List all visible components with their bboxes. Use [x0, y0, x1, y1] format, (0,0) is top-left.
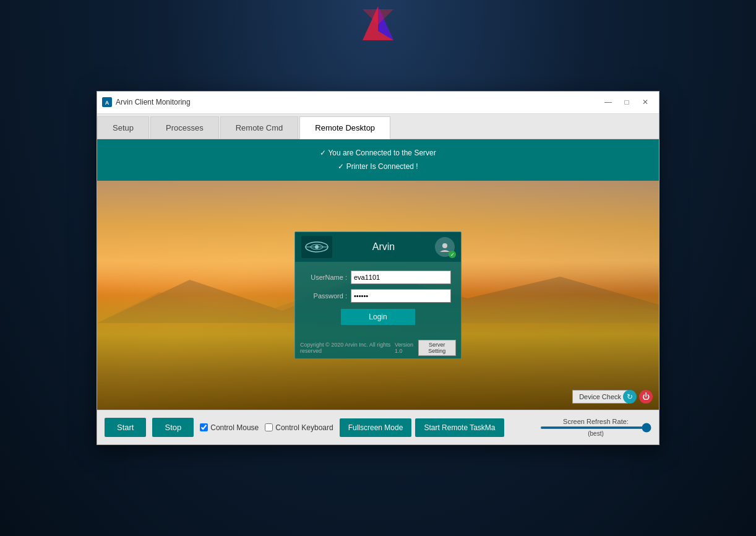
- rate-slider[interactable]: [540, 426, 651, 429]
- window-title: Arvin Client Monitoring: [116, 98, 191, 106]
- tab-bar: Setup Processes Remote Cmd Remote Deskto…: [97, 114, 659, 139]
- password-input[interactable]: [351, 289, 451, 303]
- refresh-icon-button[interactable]: ↻: [623, 390, 637, 404]
- status-banner: ✓ You are Connected to the Server ✓ Prin…: [97, 139, 659, 181]
- main-content: ✓ You are Connected to the Server ✓ Prin…: [97, 139, 659, 444]
- rate-best-label: (best): [588, 430, 604, 437]
- title-bar-left: A Arvin Client Monitoring: [102, 97, 191, 107]
- power-icon-button[interactable]: ⏻: [639, 390, 653, 404]
- rate-slider-container: [540, 426, 651, 429]
- control-keyboard-label: Control Keyboard: [275, 423, 333, 432]
- toolbar-right-buttons: Fullscreen Mode Start Remote TaskMa: [340, 418, 504, 437]
- svg-text:A: A: [105, 100, 110, 106]
- username-label: UserName :: [305, 274, 347, 281]
- close-button[interactable]: ✕: [637, 95, 654, 109]
- svg-point-10: [315, 245, 319, 249]
- svg-point-11: [442, 243, 447, 248]
- login-title: Arvin: [337, 241, 430, 253]
- bottom-toolbar: Start Stop Control Mouse Control Keyboar…: [97, 410, 659, 444]
- version-text: Version 1.0: [395, 342, 418, 354]
- remote-screen: Arvin ✓ UserName :: [97, 181, 659, 410]
- tab-remote-cmd[interactable]: Remote Cmd: [220, 116, 299, 139]
- login-body: UserName : Password : Login: [295, 262, 461, 337]
- avatar-check-icon: ✓: [449, 251, 456, 258]
- server-setting-button[interactable]: Server Setting: [418, 340, 457, 356]
- password-row: Password :: [305, 289, 451, 303]
- control-keyboard-checkbox[interactable]: [265, 423, 273, 431]
- login-button[interactable]: Login: [341, 309, 415, 325]
- title-bar-controls: — □ ✕: [599, 95, 654, 109]
- remote-icons: ↻ ⏻: [623, 390, 653, 404]
- username-row: UserName :: [305, 270, 451, 284]
- maximize-button[interactable]: □: [618, 95, 635, 109]
- taskma-button[interactable]: Start Remote TaskMa: [415, 418, 504, 437]
- stop-button[interactable]: Stop: [152, 418, 194, 437]
- fullscreen-button[interactable]: Fullscreen Mode: [340, 418, 412, 437]
- app-icon: A: [102, 97, 112, 107]
- login-panel: Arvin ✓ UserName :: [294, 231, 462, 359]
- device-check-button[interactable]: Device Check: [572, 390, 628, 404]
- tab-remote-desktop[interactable]: Remote Desktop: [299, 116, 390, 139]
- svg-marker-2: [363, 9, 393, 25]
- control-mouse-group: Control Mouse: [200, 423, 259, 432]
- minimize-button[interactable]: —: [599, 95, 617, 109]
- screen-rate-section: Screen Refresh Rate: (best): [540, 418, 651, 437]
- login-logo: [301, 236, 332, 258]
- control-mouse-label: Control Mouse: [210, 423, 259, 432]
- username-input[interactable]: [351, 270, 451, 284]
- password-label: Password :: [305, 292, 347, 300]
- login-footer: Copyright © 2020 Arvin Inc. All rights r…: [295, 337, 461, 358]
- control-mouse-checkbox[interactable]: [200, 423, 208, 431]
- login-avatar: ✓: [435, 237, 455, 257]
- desktop-logo-top: [359, 3, 397, 59]
- status-line1: ✓ You are Connected to the Server: [97, 147, 659, 160]
- control-keyboard-group: Control Keyboard: [265, 423, 333, 432]
- desktop: A Arvin Client Monitoring — □ ✕ Setup Pr…: [0, 0, 756, 536]
- tab-processes[interactable]: Processes: [150, 116, 219, 139]
- status-line2: ✓ Printer Is Connected !: [97, 160, 659, 174]
- title-bar: A Arvin Client Monitoring — □ ✕: [97, 92, 659, 114]
- copyright-text: Copyright © 2020 Arvin Inc. All rights r…: [300, 342, 395, 354]
- start-button[interactable]: Start: [105, 418, 146, 437]
- app-window: A Arvin Client Monitoring — □ ✕ Setup Pr…: [97, 91, 659, 445]
- tab-setup[interactable]: Setup: [97, 116, 149, 139]
- login-header: Arvin ✓: [295, 232, 461, 262]
